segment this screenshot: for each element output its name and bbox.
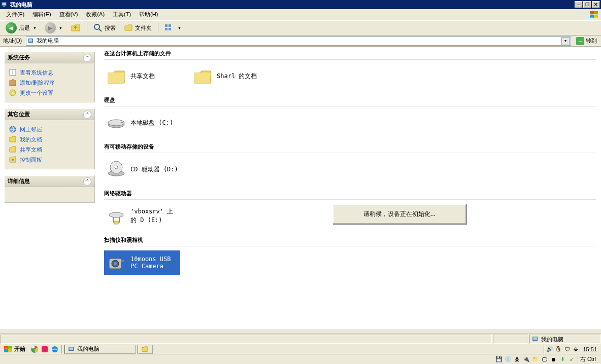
vm-usb-icon[interactable]: 🔌 (523, 356, 530, 363)
computer-icon (532, 336, 539, 343)
menu-help[interactable]: 帮助(H) (135, 10, 162, 19)
up-button[interactable] (67, 22, 84, 34)
system-tray: 🔊 🐧 🛡 ⬙ 15:51 (544, 345, 601, 354)
forward-button[interactable]: ► ▼ (41, 22, 66, 34)
item-local-disk-c[interactable]: 本地磁盘 (C:) (104, 111, 180, 135)
vm-mouse-icon[interactable]: ⬇ (559, 356, 566, 363)
minimize-button[interactable]: ─ (575, 1, 583, 8)
link-my-documents[interactable]: 我的文档 (9, 134, 90, 144)
start-label: 开始 (14, 345, 25, 353)
address-label: 地址(D) (1, 37, 24, 45)
views-icon (164, 24, 175, 32)
collapse-icon[interactable]: ⌃ (83, 111, 91, 119)
address-bar: 地址(D) 我的电脑 ▼ → 转到 (0, 35, 601, 47)
vm-network-icon[interactable]: 🖧 (514, 356, 521, 363)
separator (158, 23, 158, 33)
item-camera[interactable]: 10moons USB PC Camera (104, 250, 180, 275)
svg-rect-36 (42, 346, 48, 352)
svg-rect-15 (12, 79, 14, 81)
tray-shield-icon[interactable]: 🛡 (563, 346, 571, 353)
item-network-drive[interactable]: 'vboxsrv' 上的 D (E:) (104, 204, 180, 228)
window-title: 我的电脑 (10, 1, 32, 9)
svg-point-30 (114, 262, 117, 265)
title-bar: 我的电脑 ─ ❐ ✕ (0, 0, 601, 9)
panel-header[interactable]: 系统任务 ⌃ (5, 52, 94, 63)
link-shared-documents[interactable]: 共享文档 (9, 144, 90, 155)
menu-view[interactable]: 查看(V) (55, 10, 82, 19)
task-folder[interactable] (138, 345, 153, 354)
svg-rect-6 (169, 24, 171, 27)
search-button[interactable]: 搜索 (90, 22, 119, 34)
netdrive-icon (106, 206, 126, 226)
clock[interactable]: 15:51 (581, 346, 599, 352)
link-change-setting[interactable]: 更改一个设置 (9, 88, 90, 98)
item-label: 本地磁盘 (C:) (130, 119, 173, 127)
link-add-remove[interactable]: 添加/删除程序 (9, 78, 90, 88)
computer-icon (68, 346, 75, 353)
link-system-info[interactable]: i 查看系统信息 (9, 67, 90, 78)
ql-ie[interactable] (51, 345, 59, 353)
svg-text:i: i (12, 70, 13, 76)
close-button[interactable]: ✕ (592, 1, 600, 8)
folders-button[interactable]: 文件夹 (120, 22, 155, 34)
ql-media[interactable] (41, 345, 49, 353)
menu-tools[interactable]: 工具(T) (109, 10, 135, 19)
camera-icon (106, 252, 126, 273)
menu-favorites[interactable]: 收藏(A) (82, 10, 109, 19)
tray-penguin-icon[interactable]: 🐧 (555, 346, 562, 353)
vm-recording-icon[interactable]: ⏺ (550, 356, 557, 363)
sidebar: 系统任务 ⌃ i 查看系统信息 添加/删除程序 更改一个设置 (0, 47, 99, 329)
vm-cd-icon[interactable]: 💿 (505, 356, 512, 363)
section-header-hdd: 硬盘 (104, 93, 596, 106)
item-user-docs[interactable]: Sharl 的文档 (190, 64, 266, 88)
folders-label: 文件夹 (135, 24, 152, 32)
views-button[interactable]: ▼ (161, 22, 185, 34)
svg-rect-10 (29, 39, 32, 41)
content-area: 在这台计算机上存储的文件 共享文档 Sharl 的文档 硬盘 (99, 47, 601, 329)
link-control-panel[interactable]: 控制面板 (9, 155, 90, 165)
svg-point-26 (109, 212, 123, 217)
svg-point-19 (12, 159, 14, 161)
menu-edit[interactable]: 编辑(E) (28, 10, 55, 19)
cd-icon (106, 159, 126, 179)
go-button[interactable]: → 转到 (573, 37, 600, 46)
status-bar: 我的电脑 (0, 334, 601, 344)
svg-rect-31 (121, 260, 124, 262)
address-dropdown[interactable]: ▼ (561, 37, 570, 45)
item-shared-docs[interactable]: 共享文档 (104, 64, 180, 88)
ql-chrome[interactable] (30, 345, 39, 353)
panel-header[interactable]: 其它位置 ⌃ (5, 109, 94, 120)
item-cd-drive[interactable]: CD 驱动器 (D:) (104, 157, 180, 181)
vm-hdd-icon[interactable]: 💾 (495, 356, 503, 363)
main-area: 系统任务 ⌃ i 查看系统信息 添加/删除程序 更改一个设置 (0, 47, 601, 329)
task-label: 我的电脑 (77, 345, 99, 353)
back-label: 后退 (19, 24, 30, 32)
svg-rect-27 (114, 221, 118, 224)
tray-icon[interactable]: ⬙ (572, 346, 579, 353)
panel-title: 其它位置 (8, 111, 30, 118)
vm-status-bar: 💾 💿 🖧 🔌 📁 🖵 ⏺ ⬇ ↙ 右 Ctrl (0, 354, 601, 364)
address-input[interactable]: 我的电脑 ▼ (26, 37, 571, 46)
svg-rect-14 (10, 81, 16, 86)
initializing-dialog: 请稍候，设备正在初始化... (332, 204, 466, 224)
folders-icon (124, 23, 133, 32)
panel-system-tasks: 系统任务 ⌃ i 查看系统信息 添加/删除程序 更改一个设置 (4, 52, 95, 102)
separator (61, 345, 62, 353)
panel-header[interactable]: 详细信息 ⌃ (5, 176, 94, 187)
vm-display-icon[interactable]: 🖵 (541, 356, 548, 363)
start-button[interactable]: 开始 (0, 345, 29, 354)
link-label: 网上邻居 (20, 126, 42, 133)
link-network-places[interactable]: 网上邻居 (9, 124, 90, 134)
info-icon: i (9, 68, 17, 77)
link-label: 共享文档 (20, 146, 42, 154)
vm-keyboard-icon[interactable]: ↙ (569, 356, 576, 363)
vm-shared-icon[interactable]: 📁 (532, 356, 539, 363)
svg-line-4 (99, 29, 102, 31)
task-my-computer[interactable]: 我的电脑 (64, 345, 136, 354)
back-button[interactable]: ◄ 后退 ▼ (2, 22, 40, 34)
menu-file[interactable]: 文件(F) (2, 10, 28, 19)
tray-icon[interactable]: 🔊 (546, 346, 553, 353)
collapse-icon[interactable]: ⌃ (83, 177, 91, 186)
collapse-icon[interactable]: ⌃ (83, 54, 91, 62)
maximize-button[interactable]: ❐ (583, 1, 591, 8)
